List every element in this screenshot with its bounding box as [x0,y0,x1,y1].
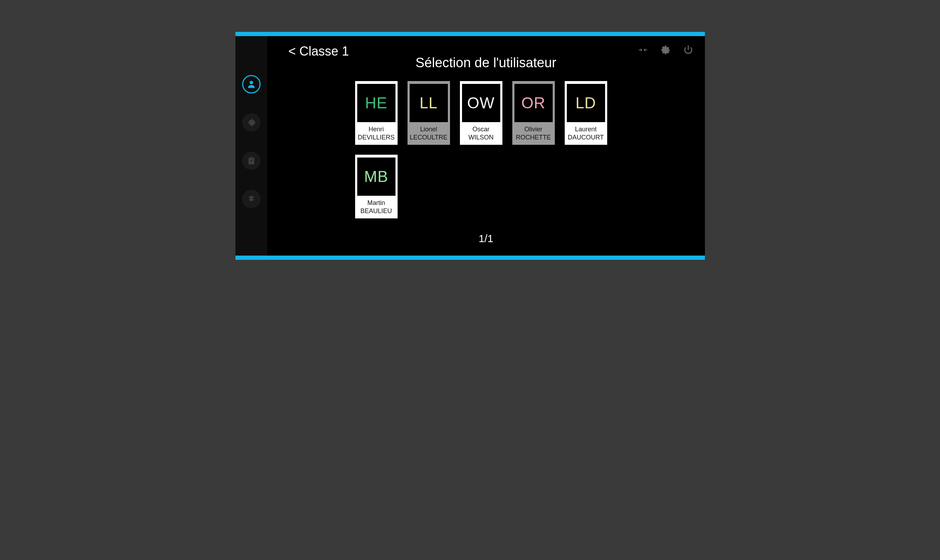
power-button[interactable] [682,44,694,56]
user-last-name: DAUCOURT [567,134,605,141]
gear-icon [660,44,672,56]
connection-button[interactable] [637,44,649,56]
user-card[interactable]: MBMartinBEAULIEU [355,155,398,218]
svg-point-0 [249,81,253,84]
user-initials-tile: LD [567,84,605,122]
user-icon [246,79,256,89]
user-last-name: DEVILLIERS [357,134,395,141]
user-first-name: Olivier [514,126,553,133]
clipboard-icon [246,156,256,166]
plug-icon [637,44,649,56]
puzzle-icon [246,117,256,128]
user-first-name: Martin [357,199,395,207]
nav-rank[interactable] [242,190,261,208]
user-initials-tile: MB [357,157,395,196]
user-initials-tile: OR [514,84,553,122]
app-window: < Classe 1 Sélection de l'utilisateur HE… [235,32,705,260]
user-last-name: LECOULTRE [410,134,448,141]
nav-puzzle[interactable] [242,113,261,132]
sidebar [235,36,267,255]
user-first-name: Lionel [410,126,448,133]
user-card[interactable]: LLLionelLECOULTRE [408,81,450,145]
user-card[interactable]: LDLaurentDAUCOURT [565,81,607,145]
user-initials-tile: HE [357,84,395,122]
user-card[interactable]: HEHenriDEVILLIERS [355,81,398,145]
user-last-name: ROCHETTE [514,134,553,141]
user-initials-tile: LL [410,84,448,122]
user-initials-tile: OW [462,84,500,122]
back-button[interactable]: < Classe 1 [289,44,349,59]
user-last-name: WILSON [462,134,500,141]
user-first-name: Laurent [567,126,605,133]
user-card[interactable]: OWOscarWILSON [460,81,502,145]
rank-icon [246,194,256,204]
power-icon [682,44,694,56]
settings-button[interactable] [660,44,672,56]
nav-user[interactable] [242,75,261,94]
user-last-name: BEAULIEU [357,208,395,215]
top-toolbar [637,44,694,56]
nav-clipboard[interactable] [242,151,261,170]
main-panel: < Classe 1 Sélection de l'utilisateur HE… [267,36,705,255]
user-grid: HEHenriDEVILLIERSLLLionelLECOULTREOWOsca… [355,81,617,218]
page-indicator: 1/1 [282,232,691,245]
user-card[interactable]: OROlivierROCHETTE [512,81,555,145]
user-first-name: Oscar [462,126,500,133]
user-first-name: Henri [357,126,395,133]
